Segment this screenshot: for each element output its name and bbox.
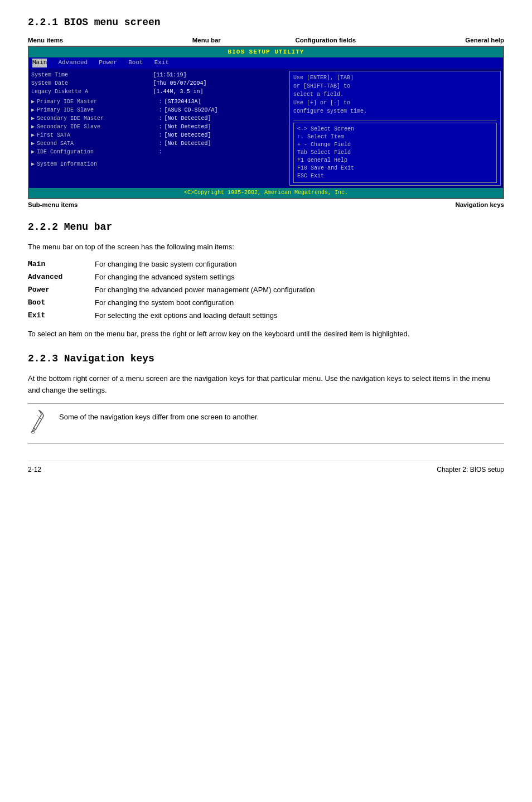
bios-bottom-labels: Sub-menu items Navigation keys	[28, 201, 504, 208]
table-row: Power For changing the advanced power ma…	[28, 283, 504, 296]
bios-left-panel: System Time [11:51:19] System Date [Thu …	[31, 71, 289, 186]
menu-name-main: Main	[28, 258, 95, 270]
bios-tab-boot[interactable]: Boot	[128, 59, 143, 67]
bios-screen: BIOS SETUP UTILITY Main Advanced Power B…	[28, 46, 504, 199]
section-222-title: 2.2.2 Menu bar	[28, 221, 504, 233]
chapter-label: Chapter 2: BIOS setup	[437, 466, 504, 474]
note-box: Some of the navigation keys differ from …	[28, 403, 504, 444]
note-text: Some of the navigation keys differ from …	[59, 409, 259, 423]
menu-name-exit: Exit	[28, 309, 95, 322]
bios-right-panel: Use [ENTER], [TAB] or [SHIFT-TAB] to sel…	[289, 71, 501, 186]
bios-copyright: <C>Copyright 1985-2002, American Megatre…	[29, 188, 503, 198]
table-row: Main For changing the basic system confi…	[28, 258, 504, 270]
menu-desc-advanced: For changing the advanced system setting…	[95, 270, 504, 283]
menu-name-boot: Boot	[28, 296, 95, 309]
menu-name-advanced: Advanced	[28, 270, 95, 283]
bios-system-info: ▶ System Information	[31, 161, 285, 168]
section-223-intro: At the bottom right corner of a menu scr…	[28, 373, 504, 397]
label-sub-menu-items: Sub-menu items	[28, 201, 78, 208]
bios-tab-main[interactable]: Main	[32, 59, 47, 67]
page-footer: 2-12 Chapter 2: BIOS setup	[28, 461, 504, 474]
bios-content-area: System Time [11:51:19] System Date [Thu …	[29, 69, 503, 188]
menu-desc-boot: For changing the system boot configurati…	[95, 296, 504, 309]
section-221-title: 2.2.1 BIOS menu screen	[28, 17, 504, 28]
table-row: Exit For selecting the exit options and …	[28, 309, 504, 322]
bios-top-items: System Time [11:51:19] System Date [Thu …	[31, 71, 285, 96]
bios-sub-first-sata: ▶ First SATA : [Not Detected]	[31, 132, 285, 139]
bios-item-systemtime: System Time [11:51:19]	[31, 71, 285, 79]
bios-sub-items: ▶ Primary IDE Master : [ST320413A] ▶ Pri…	[31, 98, 285, 156]
section-223: 2.2.3 Navigation keys At the bottom righ…	[28, 353, 504, 444]
bios-tab-advanced[interactable]: Advanced	[58, 59, 88, 67]
section-222-footer: To select an item on the menu bar, press…	[28, 328, 504, 340]
bios-top-labels: Menu items Menu bar Configuration fields…	[28, 37, 504, 44]
label-menu-bar: Menu bar	[147, 37, 267, 44]
bios-nav-keys: <-> Select Screen ↑↓ Select Item + - Cha…	[293, 123, 497, 183]
bios-menubar: Main Advanced Power Boot Exit	[29, 57, 503, 68]
note-icon	[28, 409, 50, 438]
label-nav-keys: Navigation keys	[455, 201, 504, 208]
bios-sub-primary-slave: ▶ Primary IDE Slave : [ASUS CD-S520/A]	[31, 107, 285, 114]
bios-sub-secondary-master: ▶ Secondary IDE Master : [Not Detected]	[31, 115, 285, 123]
label-menu-items: Menu items	[28, 37, 147, 44]
menu-name-power: Power	[28, 283, 95, 296]
label-general-help: General help	[385, 37, 505, 44]
page-number: 2-12	[28, 466, 41, 474]
bios-sub-primary-master: ▶ Primary IDE Master : [ST320413A]	[31, 98, 285, 106]
menu-desc-power: For changing the advanced power manageme…	[95, 283, 504, 296]
table-row: Boot For changing the system boot config…	[28, 296, 504, 309]
bios-sub-second-sata: ▶ Second SATA : [Not Detected]	[31, 140, 285, 148]
bios-sub-secondary-slave: ▶ Secondary IDE Slave : [Not Detected]	[31, 123, 285, 131]
bios-sub-ide-config: ▶ IDE Configuration :	[31, 148, 285, 156]
menu-desc-exit: For selecting the exit options and loadi…	[95, 309, 504, 322]
section-222: 2.2.2 Menu bar The menu bar on top of th…	[28, 221, 504, 340]
section-222-intro: The menu bar on top of the screen has th…	[28, 241, 504, 253]
bios-help-text: Use [ENTER], [TAB] or [SHIFT-TAB] to sel…	[293, 74, 497, 115]
section-223-title: 2.2.3 Navigation keys	[28, 353, 504, 364]
menu-desc-main: For changing the basic system configurat…	[95, 258, 504, 270]
bios-tab-exit[interactable]: Exit	[154, 59, 169, 67]
bios-item-systemdate: System Date [Thu 05/07/2004]	[31, 80, 285, 88]
bios-tab-power[interactable]: Power	[99, 59, 117, 67]
menu-bar-table: Main For changing the basic system confi…	[28, 258, 504, 322]
table-row: Advanced For changing the advanced syste…	[28, 270, 504, 283]
bios-diagram: Menu items Menu bar Configuration fields…	[28, 37, 504, 208]
bios-titlebar: BIOS SETUP UTILITY	[29, 47, 503, 57]
bios-item-diskette: Legacy Diskette A [1.44M, 3.5 in]	[31, 88, 285, 96]
label-config-fields: Configuration fields	[266, 37, 385, 44]
